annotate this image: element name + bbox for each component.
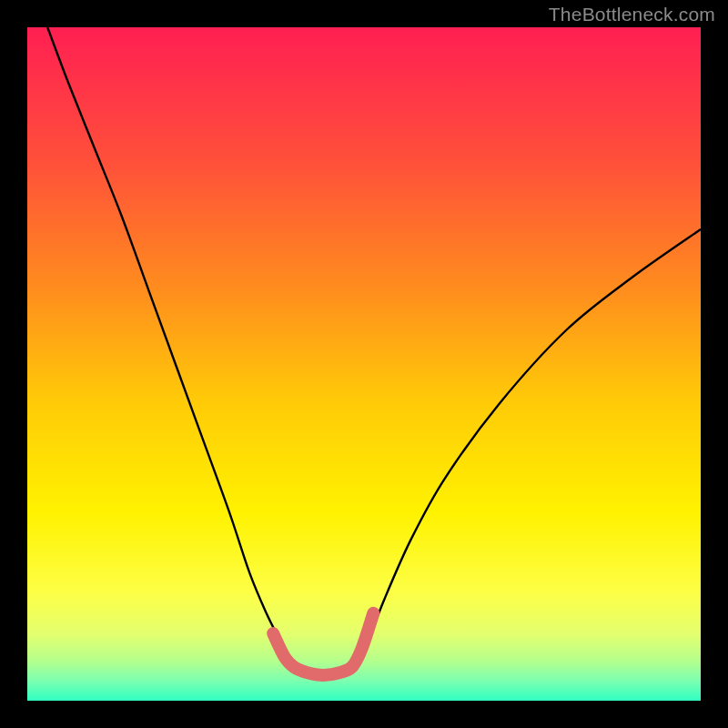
bottleneck-chart: [0, 0, 728, 728]
chart-stage: TheBottleneck.com: [0, 0, 728, 728]
watermark-text: TheBottleneck.com: [549, 4, 715, 25]
plot-background: [27, 27, 701, 701]
